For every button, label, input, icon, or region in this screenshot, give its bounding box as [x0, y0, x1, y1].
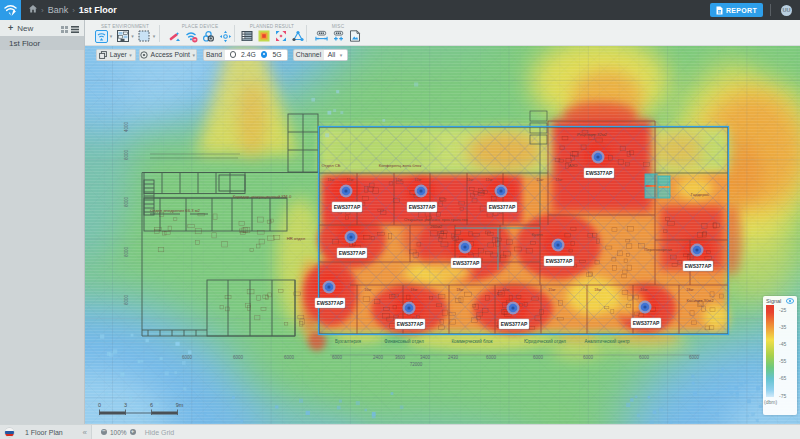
dimension-label: 6000 — [689, 355, 700, 360]
new-floor-label: New — [17, 24, 33, 33]
ap-label: EWS377AP — [453, 260, 480, 266]
ap-label: EWS377AP — [409, 204, 436, 210]
room-label: Открытое рабочее пространство — [404, 217, 468, 222]
dimension-label: 3400 — [420, 355, 431, 360]
channel-control: Channel All ▾ — [293, 49, 348, 61]
dropdown-caret-icon[interactable]: ▾ — [131, 33, 134, 39]
access-point-environment-icon[interactable] — [95, 30, 108, 43]
move-device-icon[interactable] — [219, 30, 232, 43]
ap-label: EWS377AP — [685, 263, 712, 269]
zoom-out-button[interactable]: − — [101, 429, 107, 435]
breadcrumb-separator: › — [72, 6, 75, 15]
heatmap-coverage-icon[interactable] — [257, 30, 270, 43]
room-area-label: 12м² — [346, 178, 354, 182]
access-point-dropdown[interactable]: Access Point ▾ — [139, 49, 197, 61]
toolbar-separator — [159, 25, 160, 42]
coverage-arrows-icon[interactable] — [274, 30, 287, 43]
room-label: Аналитический центр — [584, 338, 630, 344]
status-bar: 1 Floor Plan « − 100% + Hide Grid — [0, 424, 800, 439]
sidebar-item-1st-floor[interactable]: 1st Floor — [0, 36, 84, 50]
dimension-label: 6000 — [486, 355, 497, 360]
main-toolbar: SET ENVIRONMENT ▾ ▾ ▾ PLACE DEVICE — [85, 20, 800, 46]
chevron-down-icon: ▾ — [129, 52, 132, 58]
toolbar-group-label: PLANNED RESULT — [237, 24, 307, 29]
chevron-down-icon: ▾ — [192, 52, 195, 58]
report-button[interactable]: REPORT — [710, 3, 763, 17]
auto-place-wand-icon[interactable] — [168, 30, 181, 43]
room-label: Коридор эвакуационный КМ-0 — [233, 194, 292, 199]
ap-label: EWS377AP — [397, 321, 424, 327]
topology-icon[interactable] — [291, 30, 304, 43]
legend-ticks: -25-35-45-55-65-75 — [779, 305, 797, 397]
legend-visibility-icon[interactable] — [786, 298, 794, 304]
russian-flag-icon — [5, 428, 14, 437]
ap-label: EWS377AP — [317, 300, 344, 306]
wifi-planner-logo-icon — [3, 3, 18, 18]
export-report-icon[interactable] — [349, 30, 362, 43]
band-2-4g-label[interactable]: 2.4G — [241, 51, 256, 58]
band-2-4g-radio[interactable] — [230, 51, 237, 58]
map-controls: Layer ▾ Access Point ▾ Band 2.4G 5G Chan… — [96, 49, 348, 61]
floor-plan-map[interactable]: 6000600060006000240036003400243060006000… — [85, 46, 800, 424]
group-devices-icon[interactable] — [202, 30, 215, 43]
channel-dropdown[interactable]: All ▾ — [324, 50, 347, 60]
room-area-label: 11м² — [466, 178, 474, 182]
ap-label: EWS377AP — [501, 321, 528, 327]
toolbar-separator — [234, 25, 235, 42]
legend-tick: -35 — [779, 324, 786, 330]
room-area-label: 12м² — [414, 178, 422, 182]
list-view-icon[interactable] — [71, 19, 79, 37]
top-bar: › Bank › 1st Floor REPORT UU — [0, 0, 800, 20]
breadcrumb-separator: › — [41, 6, 44, 15]
channel-label: Channel — [294, 50, 324, 60]
scale-label: 3 — [124, 402, 127, 408]
room-area-label: 18м² — [594, 288, 602, 292]
room-label: 260м2 — [430, 224, 443, 229]
hide-grid-button[interactable]: Hide Grid — [145, 429, 175, 436]
room-area-label: 18м² — [686, 288, 694, 292]
breadcrumb-project[interactable]: Bank — [48, 5, 69, 15]
dimension-total-label: 72000 — [410, 362, 423, 367]
measure-distance-icon[interactable] — [315, 30, 328, 43]
avatar-initials: UU — [783, 7, 791, 13]
dropdown-caret-icon[interactable]: ▾ — [110, 33, 113, 39]
report-document-icon — [716, 6, 723, 15]
measure-add-icon[interactable] — [332, 30, 345, 43]
room-area-label: 16м² — [502, 288, 510, 292]
sidebar-item-label: 1st Floor — [9, 39, 40, 48]
zone-area-icon[interactable] — [138, 30, 151, 43]
dropdown-caret-icon[interactable]: ▾ — [153, 33, 156, 39]
wall-material-icon[interactable] — [116, 30, 129, 43]
result-list-icon[interactable] — [240, 30, 253, 43]
dimension-label: 6000 — [124, 246, 129, 257]
zoom-in-button[interactable]: + — [130, 429, 136, 435]
new-floor-button[interactable]: + New — [8, 24, 33, 33]
toolbar-separator — [306, 25, 307, 42]
grid-view-icon[interactable] — [61, 19, 68, 37]
room-label: Отдел СБ — [321, 163, 340, 168]
app-logo[interactable] — [0, 0, 21, 20]
legend-title: Signal — [766, 298, 781, 304]
dimension-label: 6000 — [639, 355, 650, 360]
add-access-point-icon[interactable] — [185, 30, 198, 43]
scale-label: 9m — [176, 402, 184, 408]
toolbar-group-label: PLACE DEVICE — [163, 24, 237, 29]
statusbar-floor-box[interactable]: 1 Floor Plan « — [0, 425, 92, 439]
dimension-label: 6000 — [583, 355, 594, 360]
collapse-panel-icon[interactable]: « — [83, 428, 87, 437]
band-5g-label[interactable]: 5G — [272, 51, 281, 58]
legend-gradient-bar — [766, 305, 774, 397]
crosshatch-overlay-building — [319, 121, 728, 334]
user-avatar[interactable]: UU — [781, 5, 792, 16]
dimension-label: 6000 — [124, 294, 129, 305]
layer-dropdown[interactable]: Layer ▾ — [96, 49, 136, 61]
dimension-label: 2400 — [373, 355, 384, 360]
dimension-label: 6000 — [124, 196, 129, 207]
toolbar-group-planned-result: PLANNED RESULT — [237, 20, 307, 46]
room-label: Отдел внедрения 66,3 м2 — [150, 208, 200, 213]
topbar-divider — [770, 4, 771, 16]
home-icon[interactable] — [29, 5, 37, 15]
room-label: Финансовый отдел — [384, 338, 424, 344]
sidebar-header: + New — [0, 20, 84, 36]
band-5g-radio[interactable] — [261, 51, 268, 58]
